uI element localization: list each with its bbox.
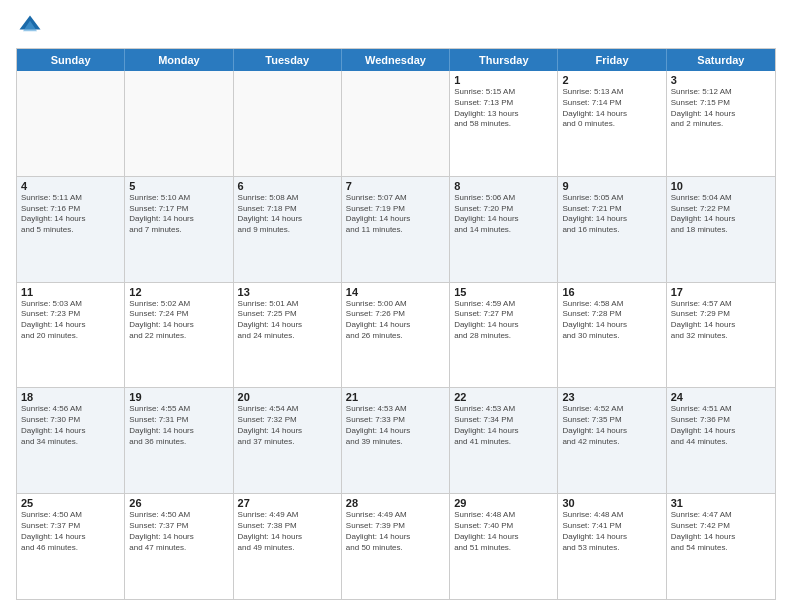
- day-number: 10: [671, 180, 771, 192]
- calendar-cell-day-31: 31Sunrise: 4:47 AM Sunset: 7:42 PM Dayli…: [667, 494, 775, 599]
- day-info: Sunrise: 4:59 AM Sunset: 7:27 PM Dayligh…: [454, 299, 553, 342]
- day-number: 18: [21, 391, 120, 403]
- day-number: 17: [671, 286, 771, 298]
- day-number: 2: [562, 74, 661, 86]
- day-info: Sunrise: 4:55 AM Sunset: 7:31 PM Dayligh…: [129, 404, 228, 447]
- day-info: Sunrise: 5:02 AM Sunset: 7:24 PM Dayligh…: [129, 299, 228, 342]
- day-info: Sunrise: 5:13 AM Sunset: 7:14 PM Dayligh…: [562, 87, 661, 130]
- calendar-header: SundayMondayTuesdayWednesdayThursdayFrid…: [17, 49, 775, 71]
- calendar-cell-day-26: 26Sunrise: 4:50 AM Sunset: 7:37 PM Dayli…: [125, 494, 233, 599]
- header-day-monday: Monday: [125, 49, 233, 71]
- header-day-sunday: Sunday: [17, 49, 125, 71]
- day-info: Sunrise: 4:50 AM Sunset: 7:37 PM Dayligh…: [129, 510, 228, 553]
- header-day-friday: Friday: [558, 49, 666, 71]
- calendar-cell-day-5: 5Sunrise: 5:10 AM Sunset: 7:17 PM Daylig…: [125, 177, 233, 282]
- day-number: 20: [238, 391, 337, 403]
- day-info: Sunrise: 5:06 AM Sunset: 7:20 PM Dayligh…: [454, 193, 553, 236]
- day-info: Sunrise: 4:53 AM Sunset: 7:33 PM Dayligh…: [346, 404, 445, 447]
- day-number: 5: [129, 180, 228, 192]
- calendar-cell-day-3: 3Sunrise: 5:12 AM Sunset: 7:15 PM Daylig…: [667, 71, 775, 176]
- calendar-cell-day-20: 20Sunrise: 4:54 AM Sunset: 7:32 PM Dayli…: [234, 388, 342, 493]
- day-info: Sunrise: 4:56 AM Sunset: 7:30 PM Dayligh…: [21, 404, 120, 447]
- calendar-cell-day-8: 8Sunrise: 5:06 AM Sunset: 7:20 PM Daylig…: [450, 177, 558, 282]
- calendar-body: 1Sunrise: 5:15 AM Sunset: 7:13 PM Daylig…: [17, 71, 775, 599]
- day-number: 29: [454, 497, 553, 509]
- header-day-wednesday: Wednesday: [342, 49, 450, 71]
- day-info: Sunrise: 4:58 AM Sunset: 7:28 PM Dayligh…: [562, 299, 661, 342]
- day-number: 7: [346, 180, 445, 192]
- day-info: Sunrise: 4:49 AM Sunset: 7:39 PM Dayligh…: [346, 510, 445, 553]
- calendar-cell-day-29: 29Sunrise: 4:48 AM Sunset: 7:40 PM Dayli…: [450, 494, 558, 599]
- calendar-cell-day-27: 27Sunrise: 4:49 AM Sunset: 7:38 PM Dayli…: [234, 494, 342, 599]
- day-info: Sunrise: 4:48 AM Sunset: 7:41 PM Dayligh…: [562, 510, 661, 553]
- day-number: 15: [454, 286, 553, 298]
- calendar-cell-day-7: 7Sunrise: 5:07 AM Sunset: 7:19 PM Daylig…: [342, 177, 450, 282]
- calendar-row-2: 11Sunrise: 5:03 AM Sunset: 7:23 PM Dayli…: [17, 282, 775, 388]
- header-day-thursday: Thursday: [450, 49, 558, 71]
- day-number: 8: [454, 180, 553, 192]
- day-number: 3: [671, 74, 771, 86]
- day-number: 26: [129, 497, 228, 509]
- day-info: Sunrise: 5:15 AM Sunset: 7:13 PM Dayligh…: [454, 87, 553, 130]
- day-number: 4: [21, 180, 120, 192]
- calendar-cell-empty-0-3: [342, 71, 450, 176]
- calendar-cell-day-11: 11Sunrise: 5:03 AM Sunset: 7:23 PM Dayli…: [17, 283, 125, 388]
- calendar-cell-day-16: 16Sunrise: 4:58 AM Sunset: 7:28 PM Dayli…: [558, 283, 666, 388]
- day-number: 13: [238, 286, 337, 298]
- day-info: Sunrise: 4:54 AM Sunset: 7:32 PM Dayligh…: [238, 404, 337, 447]
- calendar-cell-empty-0-0: [17, 71, 125, 176]
- calendar-cell-empty-0-1: [125, 71, 233, 176]
- calendar-cell-day-24: 24Sunrise: 4:51 AM Sunset: 7:36 PM Dayli…: [667, 388, 775, 493]
- calendar-cell-day-13: 13Sunrise: 5:01 AM Sunset: 7:25 PM Dayli…: [234, 283, 342, 388]
- calendar-cell-day-4: 4Sunrise: 5:11 AM Sunset: 7:16 PM Daylig…: [17, 177, 125, 282]
- day-info: Sunrise: 4:49 AM Sunset: 7:38 PM Dayligh…: [238, 510, 337, 553]
- day-number: 14: [346, 286, 445, 298]
- calendar-cell-day-21: 21Sunrise: 4:53 AM Sunset: 7:33 PM Dayli…: [342, 388, 450, 493]
- day-number: 31: [671, 497, 771, 509]
- calendar-cell-day-1: 1Sunrise: 5:15 AM Sunset: 7:13 PM Daylig…: [450, 71, 558, 176]
- header: [16, 12, 776, 40]
- calendar-cell-empty-0-2: [234, 71, 342, 176]
- day-info: Sunrise: 4:51 AM Sunset: 7:36 PM Dayligh…: [671, 404, 771, 447]
- day-info: Sunrise: 5:04 AM Sunset: 7:22 PM Dayligh…: [671, 193, 771, 236]
- day-info: Sunrise: 4:47 AM Sunset: 7:42 PM Dayligh…: [671, 510, 771, 553]
- day-number: 24: [671, 391, 771, 403]
- calendar-cell-day-19: 19Sunrise: 4:55 AM Sunset: 7:31 PM Dayli…: [125, 388, 233, 493]
- day-info: Sunrise: 5:05 AM Sunset: 7:21 PM Dayligh…: [562, 193, 661, 236]
- calendar-row-0: 1Sunrise: 5:15 AM Sunset: 7:13 PM Daylig…: [17, 71, 775, 176]
- day-number: 21: [346, 391, 445, 403]
- header-day-saturday: Saturday: [667, 49, 775, 71]
- calendar-cell-day-10: 10Sunrise: 5:04 AM Sunset: 7:22 PM Dayli…: [667, 177, 775, 282]
- day-info: Sunrise: 4:48 AM Sunset: 7:40 PM Dayligh…: [454, 510, 553, 553]
- day-number: 16: [562, 286, 661, 298]
- day-number: 9: [562, 180, 661, 192]
- calendar-cell-day-28: 28Sunrise: 4:49 AM Sunset: 7:39 PM Dayli…: [342, 494, 450, 599]
- day-number: 12: [129, 286, 228, 298]
- page: SundayMondayTuesdayWednesdayThursdayFrid…: [0, 0, 792, 612]
- calendar-cell-day-23: 23Sunrise: 4:52 AM Sunset: 7:35 PM Dayli…: [558, 388, 666, 493]
- day-number: 23: [562, 391, 661, 403]
- calendar-cell-day-25: 25Sunrise: 4:50 AM Sunset: 7:37 PM Dayli…: [17, 494, 125, 599]
- day-info: Sunrise: 4:53 AM Sunset: 7:34 PM Dayligh…: [454, 404, 553, 447]
- calendar-row-4: 25Sunrise: 4:50 AM Sunset: 7:37 PM Dayli…: [17, 493, 775, 599]
- calendar-cell-day-15: 15Sunrise: 4:59 AM Sunset: 7:27 PM Dayli…: [450, 283, 558, 388]
- day-number: 19: [129, 391, 228, 403]
- header-day-tuesday: Tuesday: [234, 49, 342, 71]
- day-info: Sunrise: 5:01 AM Sunset: 7:25 PM Dayligh…: [238, 299, 337, 342]
- day-info: Sunrise: 5:00 AM Sunset: 7:26 PM Dayligh…: [346, 299, 445, 342]
- day-info: Sunrise: 5:10 AM Sunset: 7:17 PM Dayligh…: [129, 193, 228, 236]
- calendar-cell-day-30: 30Sunrise: 4:48 AM Sunset: 7:41 PM Dayli…: [558, 494, 666, 599]
- day-info: Sunrise: 5:12 AM Sunset: 7:15 PM Dayligh…: [671, 87, 771, 130]
- day-info: Sunrise: 5:08 AM Sunset: 7:18 PM Dayligh…: [238, 193, 337, 236]
- logo: [16, 12, 48, 40]
- calendar: SundayMondayTuesdayWednesdayThursdayFrid…: [16, 48, 776, 600]
- day-number: 6: [238, 180, 337, 192]
- calendar-cell-day-17: 17Sunrise: 4:57 AM Sunset: 7:29 PM Dayli…: [667, 283, 775, 388]
- calendar-cell-day-18: 18Sunrise: 4:56 AM Sunset: 7:30 PM Dayli…: [17, 388, 125, 493]
- day-number: 22: [454, 391, 553, 403]
- day-info: Sunrise: 4:57 AM Sunset: 7:29 PM Dayligh…: [671, 299, 771, 342]
- day-info: Sunrise: 4:50 AM Sunset: 7:37 PM Dayligh…: [21, 510, 120, 553]
- day-number: 30: [562, 497, 661, 509]
- day-info: Sunrise: 4:52 AM Sunset: 7:35 PM Dayligh…: [562, 404, 661, 447]
- calendar-row-1: 4Sunrise: 5:11 AM Sunset: 7:16 PM Daylig…: [17, 176, 775, 282]
